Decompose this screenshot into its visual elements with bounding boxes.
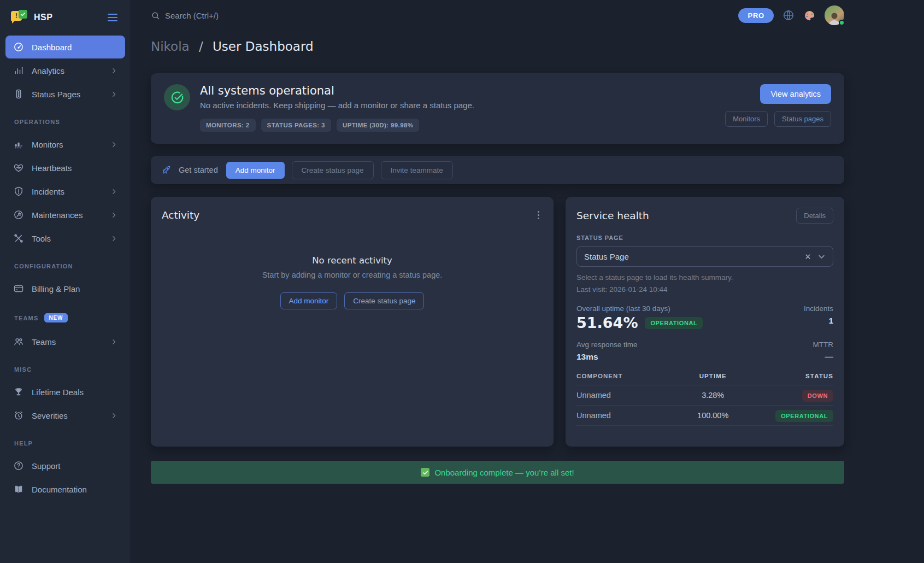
- status-pages-button[interactable]: Status pages: [774, 111, 831, 127]
- sidebar-item-label: Maintenances: [32, 210, 83, 220]
- activity-empty-state: No recent activity Start by adding a mon…: [162, 255, 543, 309]
- breadcrumb-parent[interactable]: Nikola: [151, 39, 190, 54]
- component-name: Unnamed: [576, 391, 673, 400]
- chevron-right-icon: [110, 141, 117, 148]
- palette-icon[interactable]: [803, 9, 816, 22]
- status-page-field-label: STATUS PAGE: [576, 234, 833, 241]
- sidebar-item-teams[interactable]: Teams: [5, 330, 125, 353]
- sidebar-item-lifetime-deals[interactable]: Lifetime Deals: [5, 380, 125, 403]
- component-name: Unnamed: [576, 411, 673, 420]
- online-status-dot: [839, 20, 845, 26]
- pro-badge[interactable]: PRO: [738, 8, 774, 23]
- status-subtitle: No active incidents. Keep shipping — add…: [200, 101, 474, 110]
- brand-header: ! HSP: [0, 0, 131, 35]
- users-icon: [13, 336, 24, 347]
- components-table-header: COMPONENT UPTIME STATUS: [576, 373, 833, 385]
- credit-card-icon: [13, 283, 24, 294]
- status-pages-count-badge: STATUS PAGES: 3: [261, 119, 331, 132]
- user-avatar[interactable]: [825, 5, 844, 25]
- status-page-select[interactable]: Status Page: [576, 246, 833, 267]
- system-status-card: All systems operational No active incide…: [151, 73, 844, 144]
- select-helper-text: Select a status page to load its health …: [576, 273, 833, 282]
- sidebar-item-incidents[interactable]: Incidents: [5, 180, 125, 203]
- shield-alert-icon: [13, 186, 24, 197]
- sidebar-item-status-pages[interactable]: Status Pages: [5, 83, 125, 105]
- operational-status-badge: OPERATIONAL: [645, 317, 703, 329]
- topbar: PRO: [151, 0, 844, 31]
- hamburger-icon[interactable]: [105, 11, 120, 24]
- question-badge-icon: [13, 460, 24, 471]
- empty-add-monitor-button[interactable]: Add monitor: [280, 292, 338, 309]
- check-circle-icon: [164, 84, 190, 110]
- chevron-right-icon: [110, 412, 117, 419]
- sidebar-item-monitors[interactable]: Monitors: [5, 133, 125, 156]
- chevron-down-icon[interactable]: [817, 253, 826, 261]
- uptime-stat-value: 51.64%: [576, 314, 638, 331]
- globe-icon[interactable]: [782, 9, 794, 21]
- sidebar-section-operations: OPERATIONS: [14, 119, 116, 125]
- down-status-badge: DOWN: [802, 390, 833, 402]
- incidents-stat-label: Incidents: [804, 304, 833, 313]
- sidebar-item-label: Monitors: [32, 140, 63, 149]
- details-button[interactable]: Details: [796, 208, 833, 224]
- component-uptime: 3.28%: [673, 391, 753, 400]
- sidebar-item-support[interactable]: Support: [5, 454, 125, 477]
- monitors-icon: [13, 139, 24, 150]
- chevron-right-icon: [110, 235, 117, 242]
- incidents-stat-value: 1: [804, 316, 833, 326]
- brand-name: HSP: [34, 13, 52, 22]
- sidebar-nav: Dashboard Analytics Status Pages OPERATI…: [0, 36, 131, 501]
- heartbeat-icon: [13, 162, 24, 173]
- sidebar-item-billing[interactable]: Billing & Plan: [5, 277, 125, 300]
- monitors-count-badge: MONITORS: 2: [200, 119, 256, 132]
- traffic-light-icon: [13, 89, 24, 99]
- sidebar-item-heartbeats[interactable]: Heartbeats: [5, 156, 125, 179]
- create-status-page-button[interactable]: Create status page: [292, 161, 374, 179]
- mttr-label: MTTR: [813, 341, 834, 349]
- invite-teammate-button[interactable]: Invite teammate: [381, 161, 453, 179]
- sidebar-item-label: Status Pages: [32, 90, 80, 99]
- wrench-circle-icon: [13, 209, 24, 220]
- onboarding-banner: Onboarding complete — you’re all set!: [151, 461, 844, 484]
- component-uptime: 100.00%: [673, 411, 753, 420]
- chevron-right-icon: [110, 338, 117, 345]
- gauge-icon: [13, 42, 24, 52]
- sidebar-section-teams: TEAMS NEW: [14, 313, 116, 322]
- sidebar-item-label: Heartbeats: [32, 163, 72, 173]
- check-badge-icon: [19, 10, 27, 19]
- empty-state-subtitle: Start by adding a monitor or creating a …: [162, 271, 543, 279]
- sidebar-item-label: Documentation: [32, 485, 87, 494]
- breadcrumb: Nikola / User Dashboard: [151, 39, 844, 54]
- sidebar-item-documentation[interactable]: Documentation: [5, 478, 125, 501]
- sidebar-item-analytics[interactable]: Analytics: [5, 59, 125, 82]
- chevron-right-icon: [110, 67, 117, 74]
- monitors-button[interactable]: Monitors: [725, 111, 768, 127]
- sidebar: ! HSP Dashboard Analytics Status Pages O…: [0, 0, 131, 563]
- chevron-right-icon: [110, 212, 117, 219]
- sidebar-item-label: Tools: [32, 234, 51, 243]
- status-page-select-value: Status Page: [584, 252, 629, 261]
- sidebar-item-label: Analytics: [32, 66, 64, 75]
- alarm-clock-icon: [13, 410, 24, 421]
- empty-create-status-page-button[interactable]: Create status page: [344, 292, 424, 309]
- add-monitor-button[interactable]: Add monitor: [226, 162, 285, 179]
- breadcrumb-separator: /: [199, 39, 203, 54]
- main-content: PRO Nikola / User Dashboard All systems …: [131, 0, 924, 563]
- chevron-right-icon: [110, 188, 117, 195]
- sidebar-section-help: HELP: [14, 440, 116, 447]
- sidebar-item-maintenances[interactable]: Maintenances: [5, 203, 125, 226]
- kebab-menu-icon[interactable]: [534, 209, 543, 221]
- empty-state-title: No recent activity: [162, 255, 543, 266]
- service-health-title: Service health: [576, 210, 649, 221]
- mttr-value: —: [813, 352, 834, 362]
- sidebar-item-severities[interactable]: Severities: [5, 404, 125, 427]
- activity-title: Activity: [162, 209, 199, 221]
- search-box[interactable]: [151, 11, 307, 20]
- new-badge: NEW: [44, 313, 68, 322]
- sidebar-item-tools[interactable]: Tools: [5, 227, 125, 250]
- search-input[interactable]: [165, 11, 307, 20]
- page-title: User Dashboard: [213, 39, 314, 54]
- sidebar-item-dashboard[interactable]: Dashboard: [5, 36, 125, 58]
- view-analytics-button[interactable]: View analytics: [760, 84, 831, 104]
- clear-icon[interactable]: [804, 253, 811, 260]
